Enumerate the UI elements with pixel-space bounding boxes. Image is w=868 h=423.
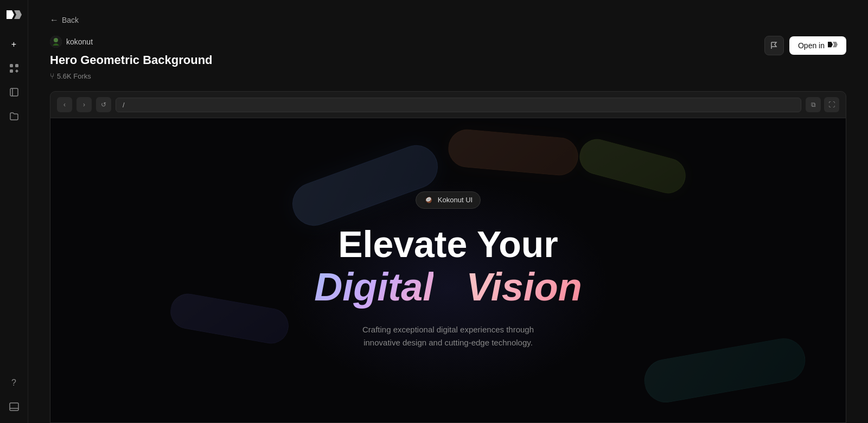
badge-icon: 🥥 [424, 195, 433, 205]
sidebar-bottom: ? [4, 373, 24, 416]
hero-badge: 🥥 Kokonut UI [416, 191, 481, 209]
open-button-label: Open in [798, 41, 825, 50]
app-logo[interactable] [4, 7, 24, 26]
open-in-v0-button[interactable]: Open in [789, 36, 846, 55]
address-bar[interactable]: / [116, 98, 801, 112]
project-info: kokonut Hero Geometric Background ⑂ 5.6K… [50, 36, 213, 80]
back-browser-button[interactable]: ‹ [57, 97, 72, 112]
header-actions: Open in [764, 36, 846, 55]
hero-title-line1: Elevate Your [314, 224, 582, 265]
browser-chrome: ‹ › ↺ / ⧉ ⛶ [50, 91, 846, 118]
back-arrow-icon: ← [50, 15, 59, 25]
folder-button[interactable] [4, 106, 24, 126]
hero-title-line2: Digital Vision [314, 265, 582, 310]
hero-word-digital: Digital [314, 265, 433, 309]
author-row: kokonut [50, 36, 213, 48]
browser-right-actions: ⧉ ⛶ [806, 97, 839, 112]
forks-icon: ⑂ [50, 72, 54, 80]
geometric-pill-5 [641, 335, 808, 406]
svg-rect-0 [10, 64, 13, 67]
add-button[interactable]: + [4, 35, 24, 54]
sidebar: + ? [0, 0, 28, 423]
preview-wrapper: ‹ › ↺ / ⧉ ⛶ [50, 91, 846, 423]
hero-word-vision: Vision [466, 265, 582, 309]
back-label: Back [62, 16, 79, 24]
svg-rect-2 [10, 69, 13, 73]
forks-info: ⑂ 5.6K Forks [50, 72, 213, 80]
author-name: kokonut [66, 37, 93, 46]
flag-button[interactable] [764, 36, 784, 55]
svg-rect-5 [10, 403, 18, 411]
book-button[interactable] [4, 82, 24, 102]
svg-rect-1 [15, 64, 18, 67]
svg-point-8 [54, 38, 58, 42]
hero-subtitle: Crafting exceptional digital experiences… [362, 323, 534, 349]
geometric-pill-4 [168, 291, 291, 346]
forward-browser-button[interactable]: › [76, 97, 92, 112]
main-content: ← Back kokonut Hero Geometric Background [28, 0, 868, 423]
geometric-pill-2 [576, 135, 690, 197]
avatar [50, 36, 62, 48]
badge-text: Kokonut UI [438, 196, 473, 204]
svg-rect-3 [10, 88, 18, 96]
back-link[interactable]: ← Back [50, 15, 846, 25]
v0-logo-icon [828, 41, 838, 50]
geometric-pill-1 [286, 139, 444, 232]
panel-button[interactable] [4, 397, 24, 416]
fullscreen-button[interactable]: ⛶ [824, 97, 839, 112]
geometric-pill-3 [446, 128, 579, 177]
components-button[interactable] [4, 59, 24, 78]
forks-count: 5.6K Forks [57, 72, 91, 80]
header: ← Back kokonut Hero Geometric Background [28, 0, 868, 80]
preview-frame: 🥥 Kokonut UI Elevate Your Digital Vision… [50, 118, 846, 423]
project-meta: kokonut Hero Geometric Background ⑂ 5.6K… [50, 36, 846, 80]
help-button[interactable]: ? [4, 373, 24, 393]
refresh-browser-button[interactable]: ↺ [96, 97, 111, 112]
new-tab-button[interactable]: ⧉ [806, 97, 821, 112]
hero-section: 🥥 Kokonut UI Elevate Your Digital Vision… [50, 118, 846, 422]
project-title: Hero Geometric Background [50, 53, 213, 67]
hero-title: Elevate Your Digital Vision [314, 224, 582, 310]
